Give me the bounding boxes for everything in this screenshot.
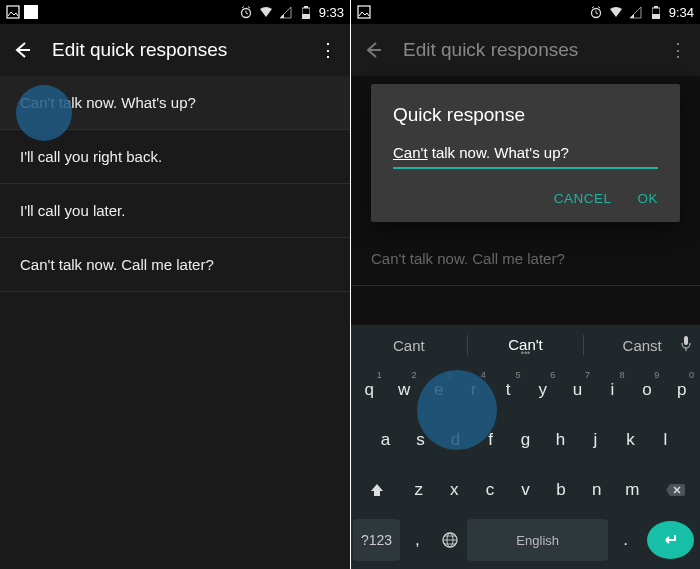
list-item[interactable]: Can't talk now. Call me later? — [0, 238, 350, 292]
page-title: Edit quick responses — [52, 39, 298, 61]
key-p[interactable]: 0p — [665, 369, 698, 411]
suggestion[interactable]: Cant — [351, 337, 467, 354]
key-m[interactable]: m — [615, 469, 649, 511]
key-d[interactable]: d — [439, 419, 472, 461]
list-item[interactable]: Can't talk now. What's up? — [0, 76, 350, 130]
gallery-icon — [6, 5, 20, 19]
list-item[interactable]: I'll call you later. — [0, 184, 350, 238]
wifi-icon — [609, 5, 623, 19]
key-j[interactable]: j — [579, 419, 612, 461]
wifi-icon — [259, 5, 273, 19]
list-item[interactable]: I'll call you right back. — [0, 130, 350, 184]
back-icon[interactable] — [10, 38, 34, 62]
svg-rect-0 — [7, 6, 19, 18]
edit-dialog: Quick response Can't talk now. What's up… — [371, 84, 680, 222]
suggestion-bar: Cant Can't••• Canst — [351, 325, 700, 365]
svg-rect-9 — [652, 14, 660, 19]
svg-rect-8 — [654, 6, 658, 8]
key-f[interactable]: f — [474, 419, 507, 461]
key-e[interactable]: 3e — [422, 369, 455, 411]
status-time: 9:33 — [319, 5, 344, 20]
svg-rect-4 — [302, 14, 310, 19]
key-x[interactable]: x — [438, 469, 472, 511]
backspace-key[interactable] — [651, 469, 698, 511]
key-h[interactable]: h — [544, 419, 577, 461]
key-v[interactable]: v — [509, 469, 543, 511]
response-list: Can't talk now. What's up? I'll call you… — [0, 76, 350, 292]
list-item: Can't talk now. Call me later? — [351, 232, 700, 286]
period-key[interactable]: . — [610, 519, 640, 561]
svg-rect-5 — [358, 6, 370, 18]
status-bar: 9:34 — [351, 0, 700, 24]
key-g[interactable]: g — [509, 419, 542, 461]
key-q[interactable]: 1q — [353, 369, 386, 411]
symbols-key[interactable]: ?123 — [353, 519, 400, 561]
overflow-icon[interactable]: ⋮ — [666, 39, 690, 61]
toolbar: Edit quick responses ⋮ — [351, 24, 700, 76]
signal-icon — [629, 5, 643, 19]
globe-key[interactable] — [435, 519, 465, 561]
overflow-icon[interactable]: ⋮ — [316, 39, 340, 61]
key-z[interactable]: z — [402, 469, 436, 511]
suggestion[interactable]: Can't••• — [468, 336, 584, 355]
phone-left: 9:33 Edit quick responses ⋮ Can't talk n… — [0, 0, 350, 569]
key-i[interactable]: 8i — [596, 369, 629, 411]
enter-key[interactable] — [647, 521, 694, 559]
signal-icon — [279, 5, 293, 19]
phone-right: 9:34 Edit quick responses ⋮ Can't talk n… — [350, 0, 700, 569]
key-r[interactable]: 4r — [457, 369, 490, 411]
key-b[interactable]: b — [544, 469, 578, 511]
shift-key[interactable] — [353, 469, 400, 511]
svg-rect-3 — [304, 6, 308, 8]
response-input[interactable]: Can't talk now. What's up? — [393, 142, 658, 169]
alarm-icon — [589, 5, 603, 19]
battery-icon — [649, 5, 663, 19]
key-row-1: 1q2w3e4r5t6y7u8i9o0p — [351, 365, 700, 415]
key-l[interactable]: l — [649, 419, 682, 461]
key-row-4: ?123 , English . — [351, 515, 700, 569]
alarm-icon — [239, 5, 253, 19]
key-u[interactable]: 7u — [561, 369, 594, 411]
page-title: Edit quick responses — [403, 39, 648, 61]
space-key[interactable]: English — [467, 519, 609, 561]
status-time: 9:34 — [669, 5, 694, 20]
key-n[interactable]: n — [580, 469, 614, 511]
key-y[interactable]: 6y — [527, 369, 560, 411]
back-icon[interactable] — [361, 38, 385, 62]
key-o[interactable]: 9o — [631, 369, 664, 411]
key-row-3: zxcvbnm — [351, 465, 700, 515]
mic-icon[interactable] — [680, 335, 692, 353]
status-bar: 9:33 — [0, 0, 350, 24]
key-k[interactable]: k — [614, 419, 647, 461]
key-s[interactable]: s — [404, 419, 437, 461]
gallery-icon — [357, 5, 371, 19]
ok-button[interactable]: OK — [637, 191, 658, 206]
svg-rect-10 — [684, 336, 688, 345]
comma-key[interactable]: , — [402, 519, 432, 561]
response-list-bg: Can't talk now. Call me later? — [351, 232, 700, 286]
key-c[interactable]: c — [473, 469, 507, 511]
battery-icon — [299, 5, 313, 19]
dialog-title: Quick response — [393, 104, 658, 126]
cancel-button[interactable]: CANCEL — [554, 191, 612, 206]
keyboard: Cant Can't••• Canst 1q2w3e4r5t6y7u8i9o0p… — [351, 325, 700, 569]
app-icon — [24, 5, 38, 19]
toolbar: Edit quick responses ⋮ — [0, 24, 350, 76]
key-row-2: asdfghjkl — [351, 415, 700, 465]
key-a[interactable]: a — [369, 419, 402, 461]
key-t[interactable]: 5t — [492, 369, 525, 411]
key-w[interactable]: 2w — [388, 369, 421, 411]
